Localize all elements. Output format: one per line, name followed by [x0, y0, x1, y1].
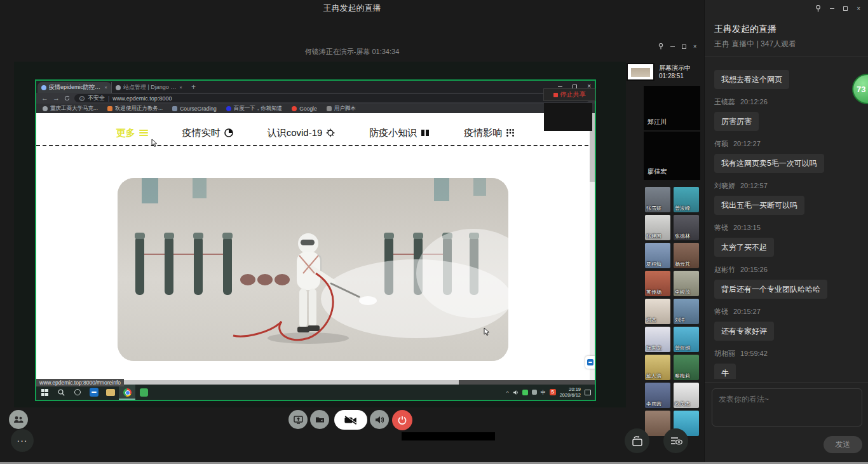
- participant-thumbnail[interactable]: 戴人浩: [645, 355, 670, 380]
- browser-tab-django-admin[interactable]: 站点管理 | Django 站点管理员 ×: [111, 82, 186, 93]
- message-bubble: 牛: [714, 364, 736, 379]
- bookmark-item[interactable]: 欢迎使用正方教务...: [107, 105, 163, 113]
- participant-thumbnail[interactable]: 李雨茜: [645, 383, 670, 408]
- bookmark-item[interactable]: 百度一下，你就知道: [226, 105, 283, 113]
- back-icon[interactable]: ←: [41, 93, 48, 104]
- taskbar-search-button[interactable]: [53, 385, 69, 400]
- screen-share-button[interactable]: [288, 410, 308, 429]
- bookmark-item[interactable]: 重庆工商大学马克...: [43, 105, 98, 113]
- omnibox-separator: |: [108, 95, 109, 102]
- taskbar-media-button[interactable]: [102, 385, 119, 400]
- info-icon[interactable]: i: [79, 96, 85, 101]
- teamviewer-side-tab[interactable]: [585, 356, 595, 369]
- message-time: 20:12:57: [740, 182, 768, 189]
- message-time: 19:59:42: [740, 350, 768, 357]
- participant-thumbnail[interactable]: 曾煜维: [674, 327, 699, 352]
- nav-item-covid[interactable]: 认识covid-19: [268, 127, 336, 139]
- bookmark-item[interactable]: Google: [292, 106, 316, 112]
- url-input[interactable]: i 不安全 | www.epdemic.top:8000: [74, 94, 590, 102]
- leave-button[interactable]: [392, 410, 412, 430]
- restore-icon[interactable]: [682, 44, 686, 49]
- start-button[interactable]: [36, 385, 53, 400]
- participant-thumbnail[interactable]: 刘洋: [674, 299, 699, 324]
- members-button[interactable]: [9, 410, 28, 429]
- participant-thumbnail[interactable]: 李峻茂: [674, 271, 699, 296]
- hero-carousel-image[interactable]: [118, 178, 508, 361]
- participant-thumbnail[interactable]: 黎梅莉: [674, 355, 699, 380]
- page-scrollbar[interactable]: [590, 113, 595, 380]
- site-nav: 更多 疫情实时 认识covid-19 防疫小知识 疫情影响: [36, 121, 595, 146]
- taskbar-app-button[interactable]: [69, 385, 86, 400]
- send-button[interactable]: 发送: [824, 436, 862, 453]
- nav-item-tips[interactable]: 防疫小知识: [369, 127, 430, 139]
- nav-item-more[interactable]: 更多: [116, 127, 148, 139]
- participant-thumbnail[interactable]: 张建国: [645, 215, 670, 240]
- minimize-icon[interactable]: [830, 8, 834, 9]
- share-preview-widget[interactable]: [544, 103, 592, 131]
- tab-close-icon[interactable]: ×: [179, 85, 182, 90]
- file-share-button[interactable]: [310, 410, 329, 429]
- taskbar-recorder-button[interactable]: [135, 385, 152, 400]
- taskbar-clock[interactable]: 20:19 2020/6/12: [560, 386, 581, 398]
- coursegrading-icon: [172, 106, 177, 111]
- more-button[interactable]: ···: [11, 429, 34, 452]
- participant-thumbnail[interactable]: 谢杰: [645, 299, 670, 324]
- rotate-view-button[interactable]: [625, 428, 649, 453]
- participant-thumbnail[interactable]: 夏程灿: [645, 243, 670, 268]
- forward-icon[interactable]: →: [53, 93, 60, 104]
- volume-icon[interactable]: [513, 390, 519, 395]
- participant-video-tile[interactable]: 郑江川: [644, 86, 700, 130]
- chat-input[interactable]: [719, 394, 855, 421]
- participant-video-tile[interactable]: 廖佳宏: [644, 132, 700, 180]
- sogou-tray-icon[interactable]: S: [550, 389, 556, 395]
- minimize-icon[interactable]: [558, 86, 562, 87]
- minimize-icon[interactable]: [670, 46, 675, 47]
- taskbar-teamviewer-button[interactable]: [86, 385, 102, 400]
- participant-thumbnail[interactable]: 黄传杨: [645, 271, 670, 296]
- nav-item-realtime[interactable]: 疫情实时: [182, 127, 233, 139]
- action-center-icon[interactable]: [585, 390, 591, 395]
- chat-message: 我想去看这个网页: [714, 70, 862, 89]
- chat-overlay-toggle-button[interactable]: [663, 428, 688, 453]
- chat-message: 胡相丽19:59:42 牛: [714, 349, 862, 379]
- tray-app-icon[interactable]: [532, 390, 537, 395]
- pin-icon[interactable]: [815, 5, 821, 12]
- close-icon[interactable]: ×: [857, 5, 860, 12]
- participant-thumbnail[interactable]: 张德林: [674, 215, 699, 240]
- stop-share-button[interactable]: 停止共享: [543, 88, 595, 101]
- message-time: 20:12:26: [740, 98, 768, 106]
- bookmark-item[interactable]: 用户脚本: [327, 105, 356, 113]
- restore-icon[interactable]: [843, 6, 848, 11]
- chat-input-box[interactable]: [712, 388, 862, 426]
- close-icon[interactable]: ×: [693, 43, 696, 50]
- participant-thumbnail[interactable]: 张雪娇: [645, 187, 670, 212]
- tab-title: 疫情epidemic防控信息网: [49, 83, 102, 92]
- share-timer: 01:28:51: [659, 72, 684, 79]
- nav-item-impact[interactable]: 疫情影响: [464, 127, 515, 139]
- participant-thumbnail[interactable]: 阮世龙: [645, 327, 670, 352]
- globe-icon: [43, 106, 48, 111]
- participant-thumbnail[interactable]: 曾浚峰: [674, 187, 699, 212]
- bookmark-item[interactable]: CourseGrading: [172, 106, 217, 112]
- baidu-icon: [226, 106, 231, 111]
- security-chip[interactable]: 不安全: [88, 94, 105, 102]
- participant-thumbnail[interactable]: 欧关杰: [674, 383, 699, 408]
- taskbar-chrome-button[interactable]: [119, 385, 135, 400]
- webpage: 更多 疫情实时 认识covid-19 防疫小知识 疫情影响: [36, 113, 595, 380]
- menu-icon: [139, 128, 148, 137]
- chevron-up-icon[interactable]: ^: [506, 390, 509, 395]
- browser-tab-epidemic[interactable]: 疫情epidemic防控信息网 ×: [37, 82, 111, 93]
- pin-icon[interactable]: [658, 43, 663, 50]
- share-thumbnail[interactable]: [627, 63, 654, 81]
- cursor-icon: [484, 327, 491, 336]
- new-tab-button[interactable]: +: [191, 82, 196, 93]
- participant-thumbnail[interactable]: 杨云芃: [674, 243, 699, 268]
- tab-close-icon[interactable]: ×: [104, 85, 107, 90]
- reload-icon[interactable]: [64, 95, 70, 101]
- camera-off-button[interactable]: [334, 410, 367, 430]
- message-bubble: 厉害厉害: [714, 112, 759, 131]
- windows-start-icon: [41, 389, 48, 396]
- ime-indicator[interactable]: 中: [541, 389, 546, 396]
- speaker-button[interactable]: [370, 410, 389, 429]
- wechat-tray-icon[interactable]: [522, 390, 528, 395]
